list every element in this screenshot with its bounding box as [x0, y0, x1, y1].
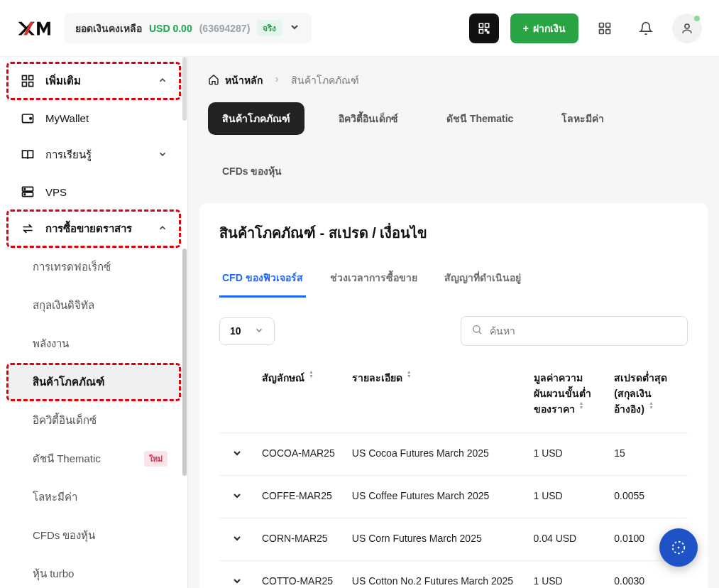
- svg-point-9: [685, 24, 689, 28]
- sidebar-item-label: การเรียนรู้: [45, 146, 148, 163]
- chevron-down-icon: [158, 149, 168, 161]
- sidebar: เพิ่มเติม MyWallet การเรียนรู้: [0, 57, 188, 588]
- col-min-spread[interactable]: สเปรดต่ำสุด (สกุลเงินอ้างอิง)▲▼: [607, 363, 688, 433]
- sidebar-item-label: พลังงาน: [33, 335, 168, 352]
- chevron-up-icon: [158, 75, 168, 87]
- expand-row-button[interactable]: [219, 518, 255, 561]
- expand-row-button[interactable]: [219, 561, 255, 589]
- server-icon: [20, 185, 35, 199]
- sidebar-item-label: การเทรดฟอเร็กซ์: [33, 258, 168, 276]
- inner-tab-trading-hours[interactable]: ช่วงเวลาการซื้อขาย: [327, 263, 420, 298]
- app-header: ยอดเงินคงเหลือ USD 0.00 (63694287) จริง …: [0, 0, 719, 57]
- svg-rect-12: [23, 82, 27, 87]
- svg-point-20: [473, 326, 480, 332]
- tab-thematic[interactable]: ดัชนี Thematic: [432, 102, 527, 135]
- svg-rect-10: [23, 76, 27, 80]
- sidebar-sub-thematic[interactable]: ดัชนี Thematic ใหม่: [7, 440, 180, 477]
- sidebar-item-vps[interactable]: VPS: [7, 175, 180, 209]
- cell-description: US Cotton No.2 Futures March 2025: [345, 561, 527, 589]
- inner-tab-futures-cfd[interactable]: CFD ของฟิวเจอร์ส: [219, 263, 306, 298]
- breadcrumb-home[interactable]: หน้าหลัก: [208, 72, 263, 88]
- new-badge: ใหม่: [144, 451, 168, 467]
- expand-row-button[interactable]: [219, 433, 255, 476]
- svg-rect-6: [606, 23, 610, 27]
- svg-rect-13: [29, 82, 33, 87]
- search-icon: [471, 324, 483, 338]
- swap-icon: [20, 222, 35, 236]
- grid-icon: [20, 74, 35, 88]
- cell-symbol: COFFE-MAR25: [255, 476, 345, 518]
- sidebar-sub-metals[interactable]: โลหะมีค่า: [7, 479, 180, 516]
- col-description[interactable]: รายละเอียด▲▼: [345, 363, 527, 433]
- instruments-table: สัญลักษณ์▲▼ รายละเอียด▲▼ มูลค่าความผันผว…: [219, 363, 688, 588]
- sidebar-item-label: การซื้อขายตราสาร: [45, 220, 148, 237]
- account-selector[interactable]: ยอดเงินคงเหลือ USD 0.00 (63694287) จริง: [64, 13, 312, 43]
- breadcrumb-current: สินค้าโภคภัณฑ์: [291, 72, 359, 88]
- sidebar-item-more[interactable]: เพิ่มเติม: [7, 62, 180, 99]
- sort-icon: ▲▼: [579, 401, 584, 410]
- chevron-down-icon: [254, 325, 264, 337]
- sidebar-item-learn[interactable]: การเรียนรู้: [7, 136, 180, 173]
- col-label: รายละเอียด: [352, 372, 402, 383]
- apps-button[interactable]: [590, 13, 620, 43]
- brand-logo: [17, 18, 53, 38]
- balance-label: ยอดเงินคงเหลือ: [75, 21, 142, 36]
- tab-metals[interactable]: โลหะมีค่า: [547, 102, 618, 135]
- notifications-button[interactable]: [631, 13, 661, 43]
- cell-tick-value: 0.04 USD: [527, 518, 608, 561]
- sidebar-item-label: CFDs ของหุ้น: [33, 527, 168, 544]
- category-tabs: สินค้าโภคภัณฑ์ อิควิตี้อินเด็กซ์ ดัชนี T…: [188, 95, 719, 203]
- sidebar-item-trade[interactable]: การซื้อขายตราสาร: [7, 210, 180, 247]
- sidebar-sub-commodities[interactable]: สินค้าโภคภัณฑ์: [7, 364, 180, 401]
- account-id: (63694287): [199, 23, 251, 34]
- account-type-badge: จริง: [257, 20, 282, 36]
- sidebar-sub-forex[interactable]: การเทรดฟอเร็กซ์: [7, 249, 180, 285]
- cell-tick-value: 1 USD: [527, 561, 608, 589]
- sidebar-sub-stock-cfds[interactable]: CFDs ของหุ้น: [7, 517, 180, 554]
- profile-button[interactable]: [672, 13, 702, 43]
- search-input[interactable]: [490, 325, 677, 337]
- sidebar-item-label: ดัชนี Thematic: [33, 450, 134, 467]
- breadcrumb: หน้าหลัก สินค้าโภคภัณฑ์: [188, 57, 719, 95]
- chevron-down-icon: [289, 21, 300, 35]
- sidebar-sub-crypto[interactable]: สกุลเงินดิจิทัล: [7, 287, 180, 324]
- svg-point-15: [30, 118, 32, 120]
- inner-tab-active-contracts[interactable]: สัญญาที่ดำเนินอยู่: [441, 263, 524, 298]
- sidebar-item-label: เพิ่มเติม: [45, 72, 148, 89]
- breadcrumb-home-label: หน้าหลัก: [225, 72, 263, 88]
- home-icon: [208, 74, 219, 87]
- sidebar-item-label: VPS: [45, 186, 168, 198]
- sidebar-scrollbar[interactable]: [182, 57, 187, 588]
- cell-description: US Cocoa Futures March 2025: [345, 433, 527, 476]
- col-symbol[interactable]: สัญลักษณ์▲▼: [255, 363, 345, 433]
- tab-stock-cfds[interactable]: CFDs ของหุ้น: [208, 155, 296, 187]
- search-box[interactable]: [461, 316, 688, 346]
- sidebar-sub-energy[interactable]: พลังงาน: [7, 325, 180, 362]
- svg-rect-3: [485, 29, 486, 31]
- svg-point-19: [24, 194, 26, 195]
- svg-point-18: [24, 188, 26, 190]
- book-icon: [20, 148, 35, 162]
- svg-rect-2: [479, 29, 483, 33]
- expand-row-button[interactable]: [219, 476, 255, 518]
- sidebar-sub-turbo[interactable]: หุ้น turbo: [7, 555, 180, 588]
- svg-rect-5: [600, 23, 604, 27]
- chat-fab[interactable]: [659, 528, 698, 567]
- sort-icon: ▲▼: [649, 401, 654, 410]
- deposit-button[interactable]: + ฝากเงิน: [510, 13, 578, 43]
- cell-tick-value: 1 USD: [527, 476, 608, 518]
- qr-button[interactable]: [469, 13, 499, 43]
- plus-icon: +: [523, 23, 529, 34]
- tab-equity-index[interactable]: อิควิตี้อินเด็กซ์: [324, 102, 412, 135]
- col-tick-value[interactable]: มูลค่าความผันผวนขั้นต่ำของราคา▲▼: [527, 363, 608, 433]
- card-title: สินค้าโภคภัณฑ์ - สเปรด / เงื่อนไข: [219, 222, 688, 244]
- cell-symbol: CORN-MAR25: [255, 518, 345, 561]
- page-size-select[interactable]: 10: [219, 317, 275, 345]
- sidebar-sub-equity-index[interactable]: อิควิตี้อินเด็กซ์: [7, 402, 180, 439]
- sidebar-item-label: สินค้าโภคภัณฑ์: [33, 374, 168, 391]
- sidebar-item-mywallet[interactable]: MyWallet: [7, 101, 180, 135]
- chevron-right-icon: [273, 75, 281, 86]
- svg-rect-8: [606, 29, 610, 33]
- tab-commodities[interactable]: สินค้าโภคภัณฑ์: [208, 102, 304, 135]
- svg-rect-11: [29, 76, 33, 80]
